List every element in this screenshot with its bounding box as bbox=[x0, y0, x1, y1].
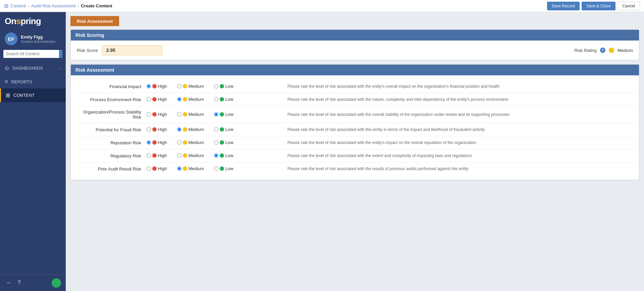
back-button[interactable]: ← bbox=[5, 278, 13, 288]
rating-dot bbox=[609, 48, 614, 53]
option-label: Medium bbox=[189, 153, 204, 158]
radio-option-high[interactable]: High bbox=[147, 97, 172, 102]
sidebar-item-label-reports: REPORTS bbox=[11, 79, 32, 84]
radio-medium[interactable] bbox=[177, 127, 181, 132]
topbar: ⊞ Content › Audit Risk Assessment › Crea… bbox=[0, 0, 644, 12]
radio-medium[interactable] bbox=[177, 84, 181, 88]
topbar-actions: Save Record Save & Close Cancel bbox=[547, 2, 640, 10]
search-button[interactable]: 🔍 bbox=[59, 50, 62, 58]
table-row: Regulatory RiskHighMediumLowPlease rate … bbox=[77, 149, 633, 162]
option-label: Medium bbox=[189, 84, 204, 89]
radio-option-low[interactable]: Low bbox=[214, 112, 238, 117]
search-input[interactable] bbox=[3, 50, 59, 58]
option-label: Low bbox=[225, 153, 233, 158]
content-icon: ⊞ bbox=[6, 92, 10, 98]
option-label: Low bbox=[225, 140, 233, 145]
radio-medium[interactable] bbox=[177, 112, 181, 117]
risk-scoring-section: Risk Scoring Risk Score 2.95 Risk Rating… bbox=[70, 29, 639, 60]
radio-low[interactable] bbox=[214, 153, 218, 158]
search-bar[interactable]: 🔍 bbox=[3, 50, 62, 58]
high-dot bbox=[152, 84, 157, 88]
sidebar-item-content[interactable]: ⊞ CONTENT bbox=[0, 88, 66, 102]
radio-option-medium[interactable]: Medium bbox=[177, 153, 209, 158]
tab-risk-assessment[interactable]: Risk Assessment bbox=[70, 16, 119, 26]
radio-high[interactable] bbox=[147, 84, 151, 88]
radio-high[interactable] bbox=[147, 166, 151, 171]
risk-rating-field: Risk Rating ? Medium bbox=[574, 48, 633, 53]
main-layout: Onspring EF Emily Figg System Administra… bbox=[0, 12, 644, 291]
radio-option-low[interactable]: Low bbox=[214, 166, 238, 171]
high-dot bbox=[152, 97, 157, 101]
radio-option-low[interactable]: Low bbox=[214, 153, 238, 158]
option-label: Medium bbox=[189, 97, 204, 102]
radio-option-medium[interactable]: Medium bbox=[177, 140, 209, 145]
radio-option-high[interactable]: High bbox=[147, 153, 172, 158]
radio-option-medium[interactable]: Medium bbox=[177, 97, 209, 102]
radio-medium[interactable] bbox=[177, 140, 181, 145]
radio-medium[interactable] bbox=[177, 166, 181, 171]
risk-row-label: Prior Audit Result Risk bbox=[77, 162, 144, 175]
radio-high[interactable] bbox=[147, 127, 151, 132]
radio-option-medium[interactable]: Medium bbox=[177, 84, 209, 89]
sidebar-item-dashboards[interactable]: ⊙ DASHBOARDS › bbox=[0, 61, 66, 75]
help-button[interactable]: ? bbox=[16, 278, 22, 288]
radio-option-low[interactable]: Low bbox=[214, 84, 238, 89]
radio-option-medium[interactable]: Medium bbox=[177, 127, 209, 132]
radio-option-medium[interactable]: Medium bbox=[177, 166, 209, 171]
rating-value: Medium bbox=[618, 48, 633, 53]
save-record-button[interactable]: Save Record bbox=[547, 2, 580, 10]
radio-option-low[interactable]: Low bbox=[214, 140, 238, 145]
option-label: High bbox=[158, 127, 167, 132]
radio-high[interactable] bbox=[147, 97, 151, 101]
radio-medium[interactable] bbox=[177, 97, 181, 101]
breadcrumb-audit[interactable]: Audit Risk Assessment bbox=[31, 3, 75, 8]
high-dot bbox=[152, 140, 157, 145]
radio-high[interactable] bbox=[147, 140, 151, 145]
radio-medium[interactable] bbox=[177, 153, 181, 158]
risk-row-label: Regulatory Risk bbox=[77, 149, 144, 162]
radio-option-high[interactable]: High bbox=[147, 140, 172, 145]
user-role: System Administrator bbox=[21, 40, 56, 44]
radio-option-high[interactable]: High bbox=[147, 112, 172, 117]
radio-option-high[interactable]: High bbox=[147, 84, 172, 89]
breadcrumb-icon: ⊞ bbox=[4, 3, 8, 9]
sidebar-item-reports[interactable]: ≡ REPORTS bbox=[0, 75, 66, 88]
breadcrumb-sep-1: › bbox=[28, 3, 29, 8]
help-icon[interactable]: ? bbox=[600, 48, 605, 53]
radio-low[interactable] bbox=[214, 84, 218, 88]
radio-low[interactable] bbox=[214, 97, 218, 101]
cancel-button[interactable]: Cancel bbox=[618, 2, 640, 10]
breadcrumb-sep-2: › bbox=[77, 3, 79, 8]
risk-row-options: HighMediumLow bbox=[144, 149, 285, 162]
radio-low[interactable] bbox=[214, 112, 218, 117]
radio-high[interactable] bbox=[147, 153, 151, 158]
breadcrumb-content[interactable]: Content bbox=[10, 3, 26, 8]
risk-rating-label: Risk Rating bbox=[574, 48, 596, 53]
risk-row-options: HighMediumLow bbox=[144, 136, 285, 149]
radio-option-low[interactable]: Low bbox=[214, 97, 238, 102]
risk-row-description: Please rate the level of risk associated… bbox=[285, 136, 633, 149]
radio-high[interactable] bbox=[147, 112, 151, 117]
option-label: High bbox=[158, 166, 167, 171]
risk-row-description: Please rate the level of risk associated… bbox=[285, 106, 633, 123]
radio-option-high[interactable]: High bbox=[147, 127, 172, 132]
risk-row-description: Please rate the level of risk associated… bbox=[285, 162, 633, 175]
radio-low[interactable] bbox=[214, 140, 218, 145]
risk-row-label: Financial Impact bbox=[77, 80, 144, 93]
risk-scoring-row: Risk Score 2.95 Risk Rating ? Medium bbox=[77, 45, 633, 55]
radio-option-medium[interactable]: Medium bbox=[177, 112, 209, 117]
status-indicator[interactable] bbox=[52, 278, 61, 288]
option-label: Medium bbox=[189, 140, 204, 145]
option-label: High bbox=[158, 153, 167, 158]
save-close-button[interactable]: Save & Close bbox=[582, 2, 615, 10]
radio-low[interactable] bbox=[214, 166, 218, 171]
high-dot bbox=[152, 112, 157, 117]
user-profile: EF Emily Figg System Administrator bbox=[0, 30, 66, 50]
tab-bar: Risk Assessment bbox=[70, 16, 639, 26]
radio-option-low[interactable]: Low bbox=[214, 127, 238, 132]
risk-row-description: Please rate the level of risk associated… bbox=[285, 80, 633, 93]
medium-dot bbox=[183, 84, 187, 88]
risk-row-options: HighMediumLow bbox=[144, 162, 285, 175]
radio-option-high[interactable]: High bbox=[147, 166, 172, 171]
radio-low[interactable] bbox=[214, 127, 218, 132]
